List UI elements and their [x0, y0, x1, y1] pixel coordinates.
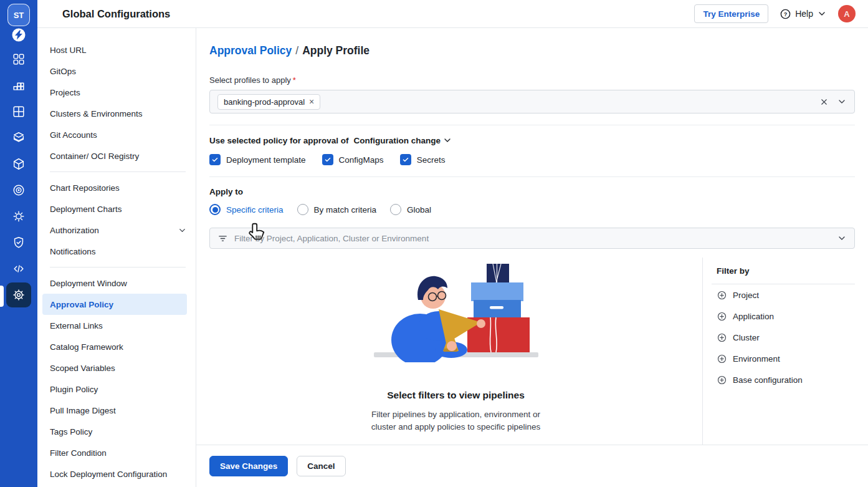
- plus-circle-icon: [717, 332, 727, 343]
- profiles-select[interactable]: banking-prod-approval ×: [209, 90, 855, 113]
- sidebar-item-clusters-environments[interactable]: Clusters & Environments: [37, 103, 196, 124]
- sidebar-item-gitops[interactable]: GitOps: [37, 60, 196, 82]
- save-changes-button[interactable]: Save Changes: [209, 456, 288, 476]
- radio-icon: [390, 204, 401, 215]
- sidebar-item-plugin-policy[interactable]: Plugin Policy: [37, 379, 196, 400]
- code-icon[interactable]: [0, 256, 37, 282]
- security-icon[interactable]: [0, 229, 37, 256]
- cancel-button[interactable]: Cancel: [297, 456, 345, 476]
- filter-by-title: Filter by: [712, 264, 855, 284]
- clear-icon[interactable]: [819, 97, 829, 107]
- empty-state: Select filters to view pipelines Filter …: [209, 258, 702, 445]
- sidebar-item-notifications[interactable]: Notifications: [37, 241, 196, 262]
- plus-circle-icon: [717, 375, 727, 385]
- devtron-logo-icon[interactable]: [11, 27, 26, 42]
- sidebar-item-projects[interactable]: Projects: [37, 82, 196, 103]
- sidebar-item-host-url[interactable]: Host URL: [37, 39, 196, 60]
- sidebar-item-git-accounts[interactable]: Git Accounts: [37, 124, 196, 145]
- top-bar: Global Configurations Try Enterprise ? H…: [37, 0, 868, 28]
- org-logo[interactable]: ST: [7, 4, 30, 26]
- breadcrumb: Approval Policy/Apply Profile: [209, 43, 855, 58]
- sidebar-item-catalog-framework[interactable]: Catalog Framework: [37, 336, 196, 357]
- chart-store-icon[interactable]: [0, 125, 37, 151]
- sidebar-item-filter-condition[interactable]: Filter Condition: [37, 442, 196, 463]
- sidebar-item-deployment-charts[interactable]: Deployment Charts: [37, 198, 196, 219]
- clusters-icon[interactable]: [0, 177, 37, 203]
- checkbox-secrets[interactable]: Secrets: [400, 154, 446, 165]
- apps-grid-icon[interactable]: [0, 46, 37, 72]
- global-config-slot[interactable]: [0, 282, 37, 308]
- try-enterprise-button[interactable]: Try Enterprise: [694, 4, 768, 23]
- profiles-label: Select profiles to apply*: [209, 75, 855, 85]
- help-menu[interactable]: ? Help: [780, 8, 827, 20]
- chevron-down-icon: [442, 135, 452, 145]
- resource-browser-icon[interactable]: [0, 151, 37, 177]
- section-divider: [209, 176, 855, 177]
- help-icon: ?: [780, 8, 791, 20]
- page-title: Global Configurations: [62, 8, 170, 20]
- sidebar-item-approval-policy[interactable]: Approval Policy: [42, 294, 187, 315]
- sidebar-item-container-oci-registry[interactable]: Container/ OCI Registry: [37, 145, 196, 166]
- policy-scope-row: Use selected policy for approval of Conf…: [209, 135, 855, 145]
- breadcrumb-current: Apply Profile: [302, 44, 370, 57]
- empty-state-illustration: [363, 261, 550, 362]
- checkbox-configmaps[interactable]: ConfigMaps: [322, 154, 384, 165]
- radio-icon: [297, 204, 308, 215]
- sidebar-divider: [50, 171, 186, 172]
- settings-sidebar: Host URL GitOps Projects Clusters & Envi…: [37, 28, 196, 487]
- checkbox-checked-icon: [209, 154, 221, 165]
- checkbox-checked-icon: [322, 154, 333, 165]
- apply-to-label: Apply to: [209, 187, 855, 196]
- bulk-edit-icon[interactable]: [0, 203, 37, 229]
- sidebar-item-external-links[interactable]: External Links: [37, 315, 196, 336]
- empty-state-title: Select filters to view pipelines: [387, 390, 525, 401]
- plus-circle-icon: [717, 311, 727, 322]
- filter-by-cluster[interactable]: Cluster: [717, 327, 855, 348]
- chevron-down-icon[interactable]: [837, 97, 847, 107]
- application-groups-icon[interactable]: [0, 99, 37, 125]
- sidebar-item-deployment-window[interactable]: Deployment Window: [37, 272, 196, 294]
- active-section-notch: [0, 286, 4, 307]
- global-config-active-tile: [6, 282, 31, 307]
- filter-by-environment[interactable]: Environment: [717, 348, 855, 369]
- filter-by-application[interactable]: Application: [717, 306, 855, 327]
- radio-by-match-criteria[interactable]: By match criteria: [297, 204, 377, 215]
- breadcrumb-approval-policy[interactable]: Approval Policy: [209, 44, 292, 57]
- radio-global[interactable]: Global: [390, 204, 431, 215]
- sidebar-item-lock-deployment-configuration[interactable]: Lock Deployment Configuration: [37, 463, 196, 485]
- app-window: ST: [0, 0, 868, 487]
- policy-checkboxes: Deployment template ConfigMaps Secrets: [209, 154, 855, 165]
- filter-by-project[interactable]: Project: [717, 284, 855, 306]
- filter-by-panel: Filter by Project Application: [702, 258, 855, 445]
- sidebar-item-authorization[interactable]: Authorization: [37, 219, 196, 241]
- chevron-down-icon: [178, 226, 187, 235]
- chip-remove-icon[interactable]: ×: [309, 97, 314, 106]
- radio-specific-criteria[interactable]: Specific criteria: [209, 204, 284, 215]
- empty-state-description: Filter pipelines by application, environ…: [371, 408, 541, 433]
- profile-chip[interactable]: banking-prod-approval ×: [217, 94, 320, 110]
- svg-text:?: ?: [784, 11, 788, 17]
- section-divider: [209, 125, 855, 125]
- sidebar-item-pull-image-digest[interactable]: Pull Image Digest: [37, 400, 196, 421]
- sidebar-item-chart-repositories[interactable]: Chart Repositories: [37, 177, 196, 198]
- form-footer: Save Changes Cancel: [196, 445, 868, 487]
- sidebar-divider: [50, 267, 186, 268]
- gear-icon: [12, 288, 26, 302]
- plus-circle-icon: [717, 290, 727, 301]
- rail-icon-list: [0, 46, 37, 308]
- policy-scope-select[interactable]: Configuration change: [354, 135, 453, 145]
- sidebar-item-scoped-variables[interactable]: Scoped Variables: [37, 357, 196, 379]
- plus-circle-icon: [717, 354, 727, 364]
- pipeline-filter-input[interactable]: [234, 234, 831, 243]
- chevron-down-icon: [817, 9, 827, 19]
- chevron-down-icon[interactable]: [837, 233, 847, 243]
- apply-to-options: Specific criteria By match criteria Glob…: [209, 204, 855, 215]
- sidebar-item-tags-policy[interactable]: Tags Policy: [37, 421, 196, 442]
- filter-by-base-configuration[interactable]: Base configuration: [717, 369, 855, 390]
- checkbox-deployment-template[interactable]: Deployment template: [209, 154, 306, 165]
- avatar[interactable]: A: [838, 5, 856, 22]
- pipeline-filter-dropdown[interactable]: [209, 228, 855, 249]
- filter-icon: [217, 233, 228, 244]
- radio-selected-icon: [209, 204, 221, 215]
- jobs-icon[interactable]: [0, 72, 37, 99]
